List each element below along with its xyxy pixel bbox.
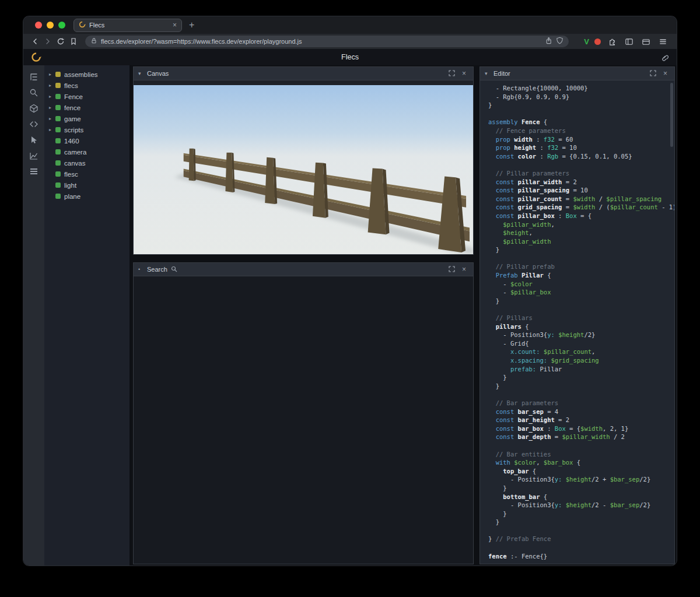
code-line: - Position3{y: $height/2} <box>488 331 671 339</box>
canvas-3d-view[interactable] <box>134 80 473 254</box>
address-bar[interactable]: flecs.dev/explorer/?wasm=https://www.fle… <box>85 36 569 47</box>
search-results-area[interactable] <box>134 276 473 564</box>
search-panel-header[interactable]: • Search × <box>134 263 473 276</box>
window-minimize-button[interactable] <box>47 22 54 29</box>
memory-bars-icon[interactable] <box>29 167 38 176</box>
tree-item-label: 1460 <box>64 138 79 145</box>
expand-arrow-icon[interactable]: ▸ <box>49 105 55 110</box>
window-zoom-button[interactable] <box>58 22 65 29</box>
code-line: - Position3{y: $height/2 - $bar_sep/2} <box>488 501 671 510</box>
tree-item-label: scripts <box>64 127 83 134</box>
code-line <box>488 305 671 314</box>
code-editor[interactable]: - Rectangle{10000, 10000} - Rgb{0.9, 0.9… <box>480 80 674 564</box>
forward-icon[interactable] <box>42 36 54 47</box>
tool-rail <box>23 65 44 566</box>
code-line: pillars { <box>488 322 671 331</box>
script-code-icon[interactable] <box>29 120 38 129</box>
code-line: const bar_box : Box = {$width, 2, 1} <box>488 424 671 433</box>
expand-panel-icon[interactable] <box>447 266 456 273</box>
tree-item-1460[interactable]: 1460 <box>44 135 130 146</box>
entity-type-icon <box>55 83 61 88</box>
expand-arrow-icon[interactable]: ▸ <box>49 116 55 121</box>
tree-item-plane[interactable]: plane <box>44 191 130 202</box>
tree-view-icon[interactable] <box>29 72 38 82</box>
new-tab-button[interactable]: + <box>189 20 194 30</box>
collapse-caret-icon[interactable]: ▾ <box>485 71 490 76</box>
code-line <box>488 441 671 450</box>
code-line: // Pillars <box>488 314 671 322</box>
back-icon[interactable] <box>29 36 41 47</box>
entity-type-icon <box>55 138 61 143</box>
tab-close-icon[interactable]: × <box>173 22 177 29</box>
code-line: - Rectangle{10000, 10000} <box>488 84 671 93</box>
expand-arrow-icon[interactable]: ▸ <box>49 72 55 77</box>
tree-item-game[interactable]: ▸game <box>44 113 130 124</box>
extensions-puzzle-icon[interactable] <box>606 36 618 47</box>
close-panel-icon[interactable]: × <box>460 70 468 77</box>
inspect-cursor-icon[interactable] <box>29 135 38 145</box>
code-line: prop width : f32 = 60 <box>488 135 671 144</box>
sidebar-toggle-icon[interactable] <box>623 36 635 47</box>
tree-item-canvas[interactable]: canvas <box>44 157 130 168</box>
expand-arrow-icon[interactable]: ▸ <box>49 127 55 132</box>
record-dot-icon[interactable] <box>594 38 601 45</box>
page-title: Flecs <box>23 53 677 61</box>
tree-item-camera[interactable]: camera <box>44 146 130 157</box>
code-line: // Pillar prefab <box>488 262 671 271</box>
wallet-icon[interactable] <box>640 36 652 47</box>
expand-arrow-icon[interactable]: ▸ <box>49 83 55 88</box>
stats-chart-icon[interactable] <box>29 151 38 160</box>
code-line: // Pillar parameters <box>488 169 671 178</box>
browser-tab[interactable]: Flecs × <box>74 19 182 32</box>
reload-icon[interactable] <box>55 36 66 47</box>
tree-item-label: flesc <box>64 171 78 178</box>
extension-v-icon[interactable]: V <box>584 37 589 46</box>
code-line <box>488 390 671 399</box>
code-line <box>488 543 671 552</box>
code-line: Prefab Pillar { <box>488 271 671 280</box>
editor-scrollbar[interactable] <box>670 83 673 147</box>
entity-type-icon <box>55 149 61 154</box>
search-icon[interactable] <box>29 88 38 97</box>
tree-item-Fence[interactable]: ▸Fence <box>44 91 130 102</box>
entity-type-icon <box>55 72 61 77</box>
tree-item-flesc[interactable]: flesc <box>44 168 130 180</box>
tree-item-scripts[interactable]: ▸scripts <box>44 124 130 135</box>
expand-panel-icon[interactable] <box>649 70 657 78</box>
entities-cube-icon[interactable] <box>29 104 38 113</box>
tree-item-assemblies[interactable]: ▸assemblies <box>44 69 130 80</box>
bookmark-icon[interactable] <box>68 36 79 47</box>
link-icon[interactable] <box>660 53 668 64</box>
code-line: // Fence parameters <box>488 127 671 135</box>
tree-item-label: camera <box>64 149 86 156</box>
app-header: Flecs <box>23 49 677 65</box>
lock-icon <box>90 36 97 47</box>
code-line: const color : Rgb = {0.15, 0.1, 0.05} <box>488 152 671 161</box>
canvas-panel-header[interactable]: ▾ Canvas × <box>134 67 473 80</box>
tree-item-label: canvas <box>64 160 85 167</box>
entity-type-icon <box>55 105 61 110</box>
tree-item-fence[interactable]: ▸fence <box>44 102 130 113</box>
share-icon[interactable] <box>545 36 552 47</box>
close-panel-icon[interactable]: × <box>460 266 468 273</box>
menu-icon[interactable] <box>657 36 668 47</box>
code-line: const pillar_count = $width / $pillar_sp… <box>488 195 671 203</box>
tab-title: Flecs <box>89 22 169 29</box>
expand-panel-icon[interactable] <box>447 70 456 78</box>
window-close-button[interactable] <box>35 22 42 29</box>
code-line <box>488 254 671 263</box>
collapse-caret-icon[interactable]: ▾ <box>138 71 144 76</box>
code-line <box>488 160 671 169</box>
tree-item-light[interactable]: light <box>44 180 130 191</box>
editor-panel-header[interactable]: ▾ Editor × <box>480 67 674 80</box>
shield-icon[interactable] <box>556 36 564 47</box>
browser-toolbar: flecs.dev/explorer/?wasm=https://www.fle… <box>23 34 677 49</box>
desktop: Flecs × + flecs.dev/explore <box>0 0 700 597</box>
expand-arrow-icon[interactable]: ▸ <box>49 94 55 99</box>
code-line: with $color, $bar_box { <box>488 458 671 467</box>
code-line: } // Prefab Fence <box>488 535 671 543</box>
close-panel-icon[interactable]: × <box>661 70 670 77</box>
tree-item-flecs[interactable]: ▸flecs <box>44 80 130 91</box>
tab-favicon-icon <box>79 20 86 30</box>
code-line: } <box>488 245 671 254</box>
